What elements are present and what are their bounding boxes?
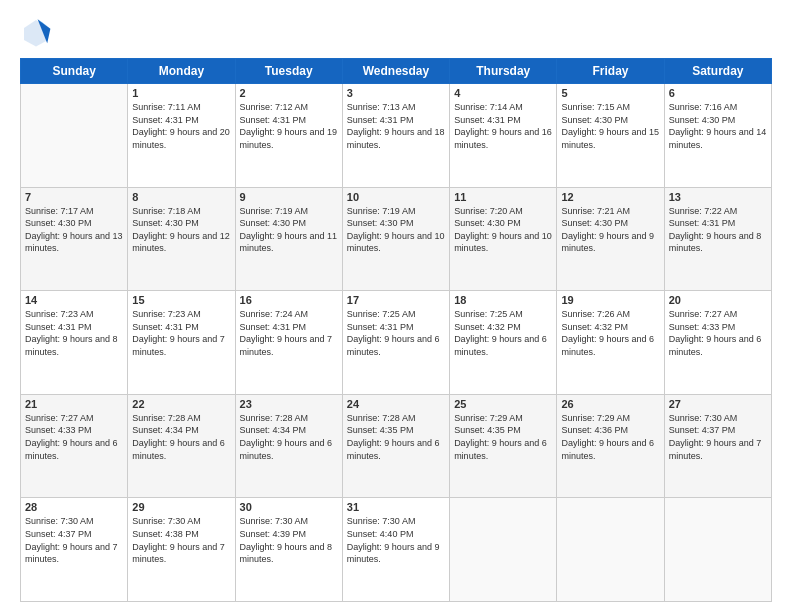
day-info: Sunrise: 7:27 AMSunset: 4:33 PMDaylight:… bbox=[669, 308, 767, 358]
day-info: Sunrise: 7:30 AMSunset: 4:37 PMDaylight:… bbox=[669, 412, 767, 462]
day-number: 19 bbox=[561, 294, 659, 306]
calendar-cell: 30Sunrise: 7:30 AMSunset: 4:39 PMDayligh… bbox=[235, 498, 342, 602]
calendar-cell bbox=[664, 498, 771, 602]
day-info: Sunrise: 7:16 AMSunset: 4:30 PMDaylight:… bbox=[669, 101, 767, 151]
day-number: 8 bbox=[132, 191, 230, 203]
day-number: 16 bbox=[240, 294, 338, 306]
day-number: 22 bbox=[132, 398, 230, 410]
day-info: Sunrise: 7:14 AMSunset: 4:31 PMDaylight:… bbox=[454, 101, 552, 151]
calendar-cell: 13Sunrise: 7:22 AMSunset: 4:31 PMDayligh… bbox=[664, 187, 771, 291]
calendar-cell: 7Sunrise: 7:17 AMSunset: 4:30 PMDaylight… bbox=[21, 187, 128, 291]
day-info: Sunrise: 7:28 AMSunset: 4:34 PMDaylight:… bbox=[132, 412, 230, 462]
calendar-cell: 27Sunrise: 7:30 AMSunset: 4:37 PMDayligh… bbox=[664, 394, 771, 498]
calendar-cell: 29Sunrise: 7:30 AMSunset: 4:38 PMDayligh… bbox=[128, 498, 235, 602]
calendar-cell: 26Sunrise: 7:29 AMSunset: 4:36 PMDayligh… bbox=[557, 394, 664, 498]
header bbox=[20, 16, 772, 48]
day-number: 1 bbox=[132, 87, 230, 99]
day-number: 17 bbox=[347, 294, 445, 306]
day-info: Sunrise: 7:21 AMSunset: 4:30 PMDaylight:… bbox=[561, 205, 659, 255]
day-info: Sunrise: 7:29 AMSunset: 4:35 PMDaylight:… bbox=[454, 412, 552, 462]
calendar-cell: 22Sunrise: 7:28 AMSunset: 4:34 PMDayligh… bbox=[128, 394, 235, 498]
day-info: Sunrise: 7:13 AMSunset: 4:31 PMDaylight:… bbox=[347, 101, 445, 151]
day-number: 30 bbox=[240, 501, 338, 513]
day-number: 28 bbox=[25, 501, 123, 513]
day-number: 11 bbox=[454, 191, 552, 203]
calendar-cell: 28Sunrise: 7:30 AMSunset: 4:37 PMDayligh… bbox=[21, 498, 128, 602]
day-number: 25 bbox=[454, 398, 552, 410]
calendar-cell: 4Sunrise: 7:14 AMSunset: 4:31 PMDaylight… bbox=[450, 84, 557, 188]
day-info: Sunrise: 7:25 AMSunset: 4:31 PMDaylight:… bbox=[347, 308, 445, 358]
day-info: Sunrise: 7:23 AMSunset: 4:31 PMDaylight:… bbox=[25, 308, 123, 358]
calendar-cell bbox=[450, 498, 557, 602]
day-number: 31 bbox=[347, 501, 445, 513]
calendar-cell: 24Sunrise: 7:28 AMSunset: 4:35 PMDayligh… bbox=[342, 394, 449, 498]
weekday-header-wednesday: Wednesday bbox=[342, 59, 449, 84]
weekday-header-monday: Monday bbox=[128, 59, 235, 84]
day-number: 24 bbox=[347, 398, 445, 410]
day-number: 6 bbox=[669, 87, 767, 99]
day-number: 2 bbox=[240, 87, 338, 99]
calendar-cell: 18Sunrise: 7:25 AMSunset: 4:32 PMDayligh… bbox=[450, 291, 557, 395]
calendar-cell: 20Sunrise: 7:27 AMSunset: 4:33 PMDayligh… bbox=[664, 291, 771, 395]
logo bbox=[20, 16, 56, 48]
weekday-header-tuesday: Tuesday bbox=[235, 59, 342, 84]
day-info: Sunrise: 7:26 AMSunset: 4:32 PMDaylight:… bbox=[561, 308, 659, 358]
day-info: Sunrise: 7:30 AMSunset: 4:39 PMDaylight:… bbox=[240, 515, 338, 565]
day-number: 9 bbox=[240, 191, 338, 203]
weekday-header-saturday: Saturday bbox=[664, 59, 771, 84]
calendar-cell: 11Sunrise: 7:20 AMSunset: 4:30 PMDayligh… bbox=[450, 187, 557, 291]
calendar-cell: 10Sunrise: 7:19 AMSunset: 4:30 PMDayligh… bbox=[342, 187, 449, 291]
day-info: Sunrise: 7:19 AMSunset: 4:30 PMDaylight:… bbox=[240, 205, 338, 255]
day-info: Sunrise: 7:30 AMSunset: 4:38 PMDaylight:… bbox=[132, 515, 230, 565]
day-info: Sunrise: 7:24 AMSunset: 4:31 PMDaylight:… bbox=[240, 308, 338, 358]
weekday-header-friday: Friday bbox=[557, 59, 664, 84]
day-info: Sunrise: 7:18 AMSunset: 4:30 PMDaylight:… bbox=[132, 205, 230, 255]
calendar-cell bbox=[21, 84, 128, 188]
calendar-cell: 25Sunrise: 7:29 AMSunset: 4:35 PMDayligh… bbox=[450, 394, 557, 498]
day-info: Sunrise: 7:15 AMSunset: 4:30 PMDaylight:… bbox=[561, 101, 659, 151]
calendar-cell: 19Sunrise: 7:26 AMSunset: 4:32 PMDayligh… bbox=[557, 291, 664, 395]
weekday-header-thursday: Thursday bbox=[450, 59, 557, 84]
calendar-cell: 16Sunrise: 7:24 AMSunset: 4:31 PMDayligh… bbox=[235, 291, 342, 395]
day-number: 4 bbox=[454, 87, 552, 99]
calendar-cell: 14Sunrise: 7:23 AMSunset: 4:31 PMDayligh… bbox=[21, 291, 128, 395]
day-info: Sunrise: 7:17 AMSunset: 4:30 PMDaylight:… bbox=[25, 205, 123, 255]
day-info: Sunrise: 7:19 AMSunset: 4:30 PMDaylight:… bbox=[347, 205, 445, 255]
day-number: 18 bbox=[454, 294, 552, 306]
day-info: Sunrise: 7:20 AMSunset: 4:30 PMDaylight:… bbox=[454, 205, 552, 255]
day-number: 3 bbox=[347, 87, 445, 99]
calendar-cell: 9Sunrise: 7:19 AMSunset: 4:30 PMDaylight… bbox=[235, 187, 342, 291]
calendar-cell: 3Sunrise: 7:13 AMSunset: 4:31 PMDaylight… bbox=[342, 84, 449, 188]
day-info: Sunrise: 7:27 AMSunset: 4:33 PMDaylight:… bbox=[25, 412, 123, 462]
day-info: Sunrise: 7:28 AMSunset: 4:35 PMDaylight:… bbox=[347, 412, 445, 462]
day-number: 15 bbox=[132, 294, 230, 306]
day-number: 7 bbox=[25, 191, 123, 203]
day-number: 5 bbox=[561, 87, 659, 99]
logo-icon bbox=[20, 16, 52, 48]
day-number: 13 bbox=[669, 191, 767, 203]
day-number: 27 bbox=[669, 398, 767, 410]
calendar-cell: 8Sunrise: 7:18 AMSunset: 4:30 PMDaylight… bbox=[128, 187, 235, 291]
day-number: 10 bbox=[347, 191, 445, 203]
calendar-cell: 5Sunrise: 7:15 AMSunset: 4:30 PMDaylight… bbox=[557, 84, 664, 188]
calendar-cell: 23Sunrise: 7:28 AMSunset: 4:34 PMDayligh… bbox=[235, 394, 342, 498]
day-number: 21 bbox=[25, 398, 123, 410]
calendar-table: SundayMondayTuesdayWednesdayThursdayFrid… bbox=[20, 58, 772, 602]
calendar-cell: 15Sunrise: 7:23 AMSunset: 4:31 PMDayligh… bbox=[128, 291, 235, 395]
day-info: Sunrise: 7:12 AMSunset: 4:31 PMDaylight:… bbox=[240, 101, 338, 151]
day-info: Sunrise: 7:11 AMSunset: 4:31 PMDaylight:… bbox=[132, 101, 230, 151]
day-info: Sunrise: 7:23 AMSunset: 4:31 PMDaylight:… bbox=[132, 308, 230, 358]
calendar-cell: 2Sunrise: 7:12 AMSunset: 4:31 PMDaylight… bbox=[235, 84, 342, 188]
calendar-cell: 12Sunrise: 7:21 AMSunset: 4:30 PMDayligh… bbox=[557, 187, 664, 291]
day-number: 20 bbox=[669, 294, 767, 306]
day-info: Sunrise: 7:30 AMSunset: 4:40 PMDaylight:… bbox=[347, 515, 445, 565]
calendar-cell: 6Sunrise: 7:16 AMSunset: 4:30 PMDaylight… bbox=[664, 84, 771, 188]
calendar-cell: 1Sunrise: 7:11 AMSunset: 4:31 PMDaylight… bbox=[128, 84, 235, 188]
day-number: 26 bbox=[561, 398, 659, 410]
day-number: 12 bbox=[561, 191, 659, 203]
day-info: Sunrise: 7:30 AMSunset: 4:37 PMDaylight:… bbox=[25, 515, 123, 565]
calendar-cell: 31Sunrise: 7:30 AMSunset: 4:40 PMDayligh… bbox=[342, 498, 449, 602]
day-info: Sunrise: 7:28 AMSunset: 4:34 PMDaylight:… bbox=[240, 412, 338, 462]
calendar-cell bbox=[557, 498, 664, 602]
page: SundayMondayTuesdayWednesdayThursdayFrid… bbox=[0, 0, 792, 612]
